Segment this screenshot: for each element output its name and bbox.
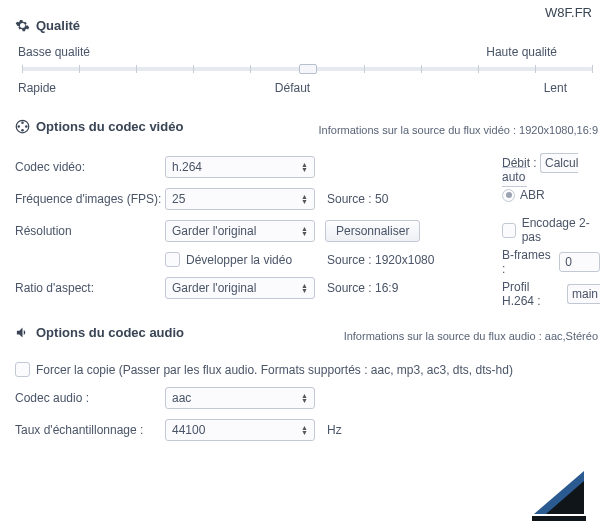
resolution-source: Source : 1920x1080 xyxy=(327,253,434,267)
svg-rect-7 xyxy=(532,516,586,521)
twopass-checkbox[interactable] xyxy=(502,223,516,238)
audio-codec-value: aac xyxy=(172,391,191,405)
video-source-info: Informations sur la source du flux vidéo… xyxy=(319,124,598,136)
customize-button[interactable]: Personnaliser xyxy=(325,220,420,242)
audio-codec-title: Options du codec audio xyxy=(36,325,184,340)
sample-select[interactable]: 44100 ▲▼ xyxy=(165,419,315,441)
develop-video-checkbox[interactable] xyxy=(165,252,180,267)
speaker-icon xyxy=(15,325,30,340)
twopass-label: Encodage 2-pas xyxy=(522,216,600,244)
quality-title: Qualité xyxy=(36,18,80,33)
video-codec-label: Codec vidéo: xyxy=(15,160,165,174)
watermark: W8F.FR xyxy=(545,5,592,20)
force-copy-checkbox[interactable] xyxy=(15,362,30,377)
bframes-input[interactable]: 0 xyxy=(559,252,600,272)
svg-point-2 xyxy=(18,125,21,128)
resolution-value: Garder l'original xyxy=(172,224,256,238)
audio-source-info: Informations sur la source du flux audio… xyxy=(344,330,598,342)
svg-point-3 xyxy=(25,125,28,128)
site-logo-icon xyxy=(524,466,594,524)
sample-unit: Hz xyxy=(327,423,342,437)
fps-source: Source : 50 xyxy=(327,192,388,206)
low-quality-label: Basse qualité xyxy=(18,45,90,59)
develop-video-label: Développer la vidéo xyxy=(186,253,292,267)
video-codec-select[interactable]: h.264 ▲▼ xyxy=(165,156,315,178)
quality-slider-group: Basse qualité Haute qualité Rapide Défau… xyxy=(18,45,597,95)
svg-point-1 xyxy=(21,122,24,125)
fps-select[interactable]: 25 ▲▼ xyxy=(165,188,315,210)
quality-section-header: Qualité xyxy=(15,18,600,33)
aspect-label: Ratio d'aspect: xyxy=(15,281,165,295)
fast-label: Rapide xyxy=(18,81,201,95)
abr-label: ABR xyxy=(520,188,545,202)
profile-label: Profil H.264 : xyxy=(502,280,563,308)
bframes-value: 0 xyxy=(565,255,572,269)
audio-codec-select[interactable]: aac ▲▼ xyxy=(165,387,315,409)
resolution-label: Résolution xyxy=(15,224,165,238)
video-codec-value: h.264 xyxy=(172,160,202,174)
bframes-label: B-frames : xyxy=(502,248,555,276)
film-icon xyxy=(15,119,30,134)
fps-label: Fréquence d'images (FPS): xyxy=(15,192,165,206)
video-codec-section-header: Options du codec vidéo xyxy=(15,119,183,134)
profile-select[interactable]: main xyxy=(567,284,600,304)
resolution-select[interactable]: Garder l'original ▲▼ xyxy=(165,220,315,242)
abr-radio[interactable] xyxy=(502,189,515,202)
default-label: Défaut xyxy=(201,81,384,95)
aspect-value: Garder l'original xyxy=(172,281,256,295)
sample-label: Taux d'échantillonnage : xyxy=(15,423,165,437)
aspect-select[interactable]: Garder l'original ▲▼ xyxy=(165,277,315,299)
audio-codec-section-header: Options du codec audio xyxy=(15,325,184,340)
quality-slider[interactable] xyxy=(22,67,593,71)
force-copy-label: Forcer la copie (Passer par les flux aud… xyxy=(36,363,513,377)
svg-point-4 xyxy=(21,129,24,132)
aspect-source: Source : 16:9 xyxy=(327,281,398,295)
slider-thumb[interactable] xyxy=(299,64,317,74)
sample-value: 44100 xyxy=(172,423,205,437)
gear-icon xyxy=(15,18,30,33)
audio-codec-label: Codec audio : xyxy=(15,391,165,405)
high-quality-label: Haute qualité xyxy=(486,45,597,59)
video-codec-title: Options du codec vidéo xyxy=(36,119,183,134)
fps-value: 25 xyxy=(172,192,185,206)
slow-label: Lent xyxy=(384,81,597,95)
